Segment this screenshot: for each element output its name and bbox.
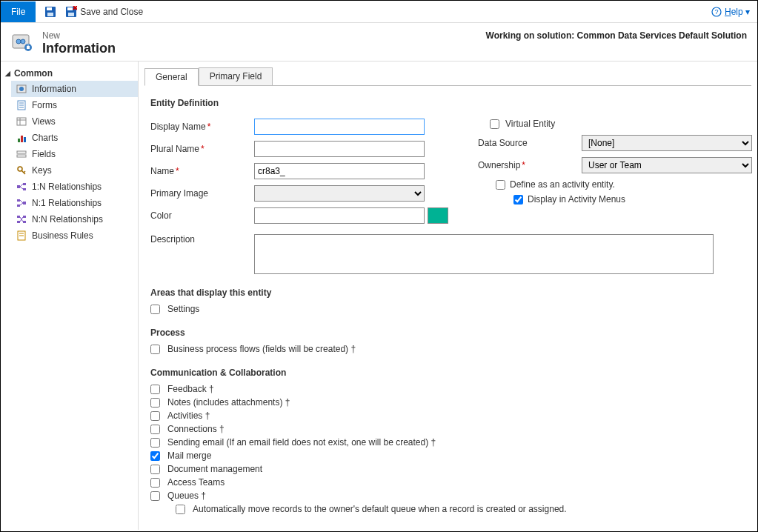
svg-point-9 (16, 39, 21, 44)
svg-rect-13 (28, 44, 29, 46)
activity-entity-checkbox[interactable] (496, 180, 505, 190)
settings-checkbox[interactable] (150, 305, 160, 314)
feedback-label: Feedback † (167, 384, 214, 394)
svg-rect-25 (24, 137, 26, 142)
nav-business-rules[interactable]: Business Rules (11, 227, 138, 244)
svg-rect-31 (17, 185, 20, 188)
settings-label: Settings (167, 304, 199, 314)
data-source-label: Data Source (478, 138, 582, 148)
nav-sidebar: ◢ Common Information Forms Views (1, 61, 139, 530)
description-textarea[interactable] (254, 234, 714, 274)
queues-label: Queues † (167, 491, 206, 501)
name-label: Name* (150, 166, 254, 176)
svg-line-35 (20, 187, 23, 189)
help-link[interactable]: ? Help ▾ (711, 7, 750, 17)
connections-checkbox[interactable] (150, 425, 160, 434)
charts-icon (16, 132, 27, 144)
ownership-label: Ownership* (478, 160, 582, 170)
activities-label: Activities † (167, 410, 210, 421)
svg-rect-5 (68, 13, 74, 16)
display-name-label: Display Name* (150, 122, 254, 132)
save-icon[interactable] (44, 6, 56, 18)
svg-point-10 (21, 39, 25, 44)
areas-heading: Areas that display this entity (150, 287, 745, 298)
svg-point-15 (19, 87, 24, 91)
save-close-button[interactable]: Save and Close (80, 7, 143, 17)
svg-rect-27 (17, 155, 26, 157)
notes-label: Notes (includes attachments) † (167, 397, 290, 408)
display-activity-menus-checkbox[interactable] (513, 195, 523, 205)
doc-mgmt-label: Document management (167, 464, 262, 474)
svg-rect-44 (23, 221, 26, 223)
page-title: Information (42, 41, 116, 56)
relationship-1n-icon (16, 181, 27, 193)
header-subtitle: New (42, 30, 116, 41)
data-source-select[interactable]: [None] (582, 135, 752, 151)
activities-checkbox[interactable] (150, 411, 160, 421)
feedback-checkbox[interactable] (150, 385, 160, 394)
sending-email-label: Sending email (If an email field does no… (167, 437, 436, 448)
access-teams-checkbox[interactable] (150, 478, 160, 488)
nav-fields[interactable]: Fields (11, 146, 138, 162)
svg-rect-36 (23, 202, 26, 205)
virtual-entity-checkbox[interactable] (490, 119, 499, 129)
nav-1n-rel[interactable]: 1:N Relationships (11, 179, 138, 195)
svg-line-30 (24, 171, 25, 173)
file-menu[interactable]: File (1, 1, 36, 22)
sending-email-checkbox[interactable] (150, 438, 160, 448)
save-close-icon[interactable] (65, 6, 77, 18)
solution-context: Working on solution: Common Data Service… (486, 30, 747, 41)
entity-definition-heading: Entity Definition (150, 98, 745, 108)
connections-label: Connections † (167, 424, 225, 434)
entity-icon (11, 30, 35, 54)
color-input[interactable] (254, 207, 425, 224)
nav-views[interactable]: Views (11, 113, 138, 130)
notes-checkbox[interactable] (150, 398, 160, 408)
svg-rect-24 (21, 136, 23, 142)
display-name-input[interactable] (254, 119, 425, 135)
nav-nn-rel[interactable]: N:N Relationships (11, 211, 138, 227)
plural-name-label: Plural Name* (150, 144, 254, 154)
caret-down-icon: ◢ (5, 70, 13, 77)
svg-rect-37 (17, 199, 20, 202)
svg-rect-41 (17, 216, 20, 218)
doc-mgmt-checkbox[interactable] (150, 465, 160, 474)
svg-rect-23 (18, 139, 20, 142)
description-label: Description (150, 234, 254, 245)
tab-general[interactable]: General (144, 68, 199, 86)
queues-checkbox[interactable] (150, 491, 160, 501)
name-input[interactable] (254, 163, 425, 179)
relationship-n1-icon (16, 197, 27, 209)
svg-rect-12 (27, 46, 30, 49)
svg-rect-42 (17, 221, 20, 223)
svg-rect-2 (47, 13, 53, 16)
information-icon (16, 83, 27, 95)
nav-n1-rel[interactable]: N:1 Relationships (11, 195, 138, 211)
nav-charts[interactable]: Charts (11, 130, 138, 146)
nav-forms[interactable]: Forms (11, 97, 138, 113)
display-activity-menus-label: Display in Activity Menus (528, 194, 625, 205)
svg-rect-32 (23, 183, 26, 185)
activity-entity-label: Define as an activity entity. (510, 179, 615, 190)
svg-rect-20 (17, 118, 26, 125)
primary-image-label: Primary Image (150, 188, 254, 199)
auto-move-queue-checkbox[interactable] (176, 505, 185, 514)
relationship-nn-icon (16, 213, 27, 225)
svg-rect-33 (23, 188, 26, 190)
mail-merge-checkbox[interactable] (150, 451, 160, 461)
color-swatch[interactable] (428, 207, 448, 224)
svg-rect-1 (47, 7, 52, 10)
bpf-checkbox[interactable] (150, 345, 160, 354)
nav-information[interactable]: Information (11, 81, 138, 97)
svg-rect-26 (17, 151, 26, 153)
tab-primary-field[interactable]: Primary Field (199, 67, 273, 85)
business-rules-icon (16, 230, 27, 242)
svg-text:?: ? (714, 8, 718, 16)
tree-root-common[interactable]: ◢ Common (1, 66, 138, 81)
primary-image-select[interactable] (254, 185, 425, 202)
nav-keys[interactable]: Keys (11, 162, 138, 179)
svg-line-40 (20, 203, 23, 205)
plural-name-input[interactable] (254, 141, 425, 157)
svg-rect-43 (23, 216, 26, 218)
ownership-select[interactable]: User or Team (582, 157, 752, 173)
